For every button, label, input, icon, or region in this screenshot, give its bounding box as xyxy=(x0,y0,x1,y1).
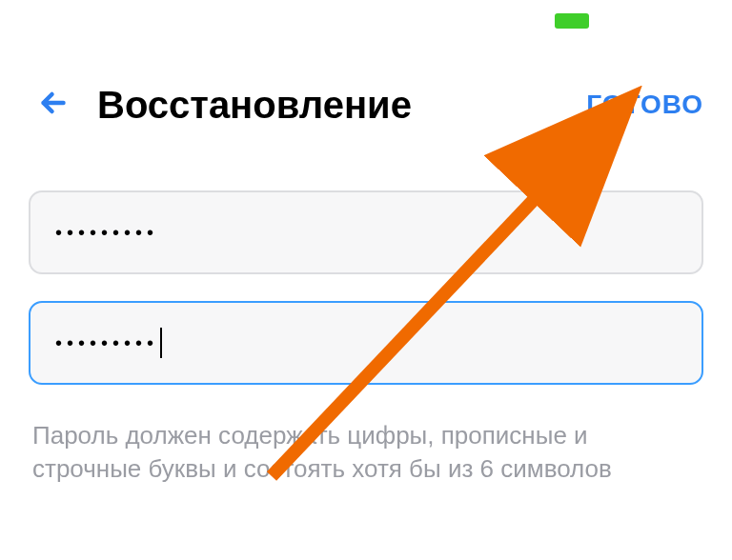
password-form: ••••••••• ••••••••• Пароль должен содерж… xyxy=(0,133,732,486)
text-cursor xyxy=(160,328,162,358)
header: Восстановление ГОТОВО xyxy=(0,0,732,133)
password-input[interactable]: ••••••••• xyxy=(29,190,703,274)
confirm-password-mask: ••••••••• xyxy=(55,332,158,354)
password-field-wrapper: ••••••••• xyxy=(29,190,703,274)
confirm-password-field-wrapper: ••••••••• xyxy=(29,301,703,385)
battery-indicator xyxy=(555,13,589,29)
confirm-password-input[interactable]: ••••••••• xyxy=(29,301,703,385)
password-hint: Пароль должен содержать цифры, прописные… xyxy=(29,411,703,486)
back-button[interactable] xyxy=(29,78,78,131)
page-title: Восстановление xyxy=(97,84,586,127)
password-mask: ••••••••• xyxy=(55,222,158,244)
done-button[interactable]: ГОТОВО xyxy=(586,90,703,120)
arrow-left-icon xyxy=(36,86,71,120)
